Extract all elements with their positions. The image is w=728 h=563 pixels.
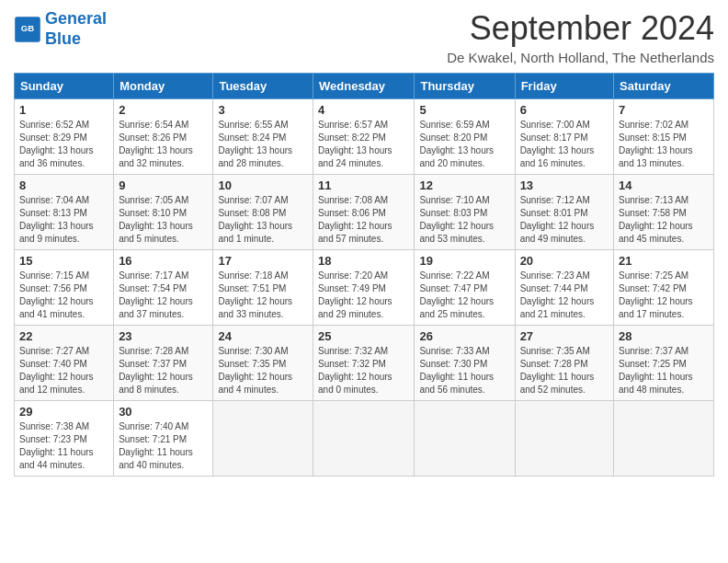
table-row: 19Sunrise: 7:22 AM Sunset: 7:47 PM Dayli… [415,250,515,326]
day-info: Sunrise: 7:37 AM Sunset: 7:25 PM Dayligh… [619,345,709,396]
day-info: Sunrise: 6:52 AM Sunset: 8:29 PM Dayligh… [19,119,108,170]
day-info: Sunrise: 7:13 AM Sunset: 7:58 PM Dayligh… [619,194,709,246]
day-number: 14 [619,178,709,192]
day-number: 18 [318,254,409,268]
calendar-week-row: 22Sunrise: 7:27 AM Sunset: 7:40 PM Dayli… [15,326,714,401]
day-info: Sunrise: 7:17 AM Sunset: 7:54 PM Dayligh… [119,270,208,321]
day-info: Sunrise: 7:02 AM Sunset: 8:15 PM Dayligh… [619,119,709,170]
day-number: 8 [19,178,108,192]
day-info: Sunrise: 7:28 AM Sunset: 7:37 PM Dayligh… [119,345,208,396]
table-row: 17Sunrise: 7:18 AM Sunset: 7:51 PM Dayli… [213,250,313,326]
day-info: Sunrise: 7:32 AM Sunset: 7:32 PM Dayligh… [318,345,409,396]
day-info: Sunrise: 7:35 AM Sunset: 7:28 PM Dayligh… [520,345,609,396]
day-info: Sunrise: 7:20 AM Sunset: 7:49 PM Dayligh… [318,270,409,321]
table-row: 11Sunrise: 7:08 AM Sunset: 8:06 PM Dayli… [313,175,415,250]
day-number: 28 [619,329,709,343]
col-sunday: Sunday [15,74,114,99]
day-number: 27 [520,329,609,343]
table-row: 16Sunrise: 7:17 AM Sunset: 7:54 PM Dayli… [114,250,213,326]
day-number: 11 [318,178,409,192]
day-info: Sunrise: 7:15 AM Sunset: 7:56 PM Dayligh… [19,270,108,321]
table-row: 29Sunrise: 7:38 AM Sunset: 7:23 PM Dayli… [15,401,114,477]
month-title: September 2024 [447,9,714,48]
day-number: 22 [19,329,108,343]
table-row: 9Sunrise: 7:05 AM Sunset: 8:10 PM Daylig… [114,175,213,250]
day-number: 9 [119,178,208,192]
title-block: September 2024 De Kwakel, North Holland,… [447,9,714,65]
day-info: Sunrise: 7:23 AM Sunset: 7:44 PM Dayligh… [520,270,609,321]
day-info: Sunrise: 7:12 AM Sunset: 8:01 PM Dayligh… [520,194,609,246]
day-number: 10 [218,178,308,192]
table-row: 18Sunrise: 7:20 AM Sunset: 7:49 PM Dayli… [313,250,415,326]
table-row: 27Sunrise: 7:35 AM Sunset: 7:28 PM Dayli… [515,326,613,401]
table-row: 20Sunrise: 7:23 AM Sunset: 7:44 PM Dayli… [515,250,613,326]
table-row: 15Sunrise: 7:15 AM Sunset: 7:56 PM Dayli… [15,250,114,326]
table-row [515,401,613,477]
table-row: 28Sunrise: 7:37 AM Sunset: 7:25 PM Dayli… [614,326,714,401]
col-saturday: Saturday [614,74,714,99]
day-info: Sunrise: 7:27 AM Sunset: 7:40 PM Dayligh… [19,345,108,396]
calendar-header-row: Sunday Monday Tuesday Wednesday Thursday… [15,74,714,99]
table-row: 4Sunrise: 6:57 AM Sunset: 8:22 PM Daylig… [313,99,415,175]
table-row: 2Sunrise: 6:54 AM Sunset: 8:26 PM Daylig… [114,99,213,175]
col-wednesday: Wednesday [313,74,415,99]
day-number: 6 [520,103,609,117]
calendar-week-row: 8Sunrise: 7:04 AM Sunset: 8:13 PM Daylig… [15,175,714,250]
day-number: 2 [119,103,208,117]
table-row [614,401,714,477]
day-number: 7 [619,103,709,117]
day-number: 24 [218,329,308,343]
day-info: Sunrise: 7:18 AM Sunset: 7:51 PM Dayligh… [218,270,308,321]
day-number: 16 [119,254,208,268]
day-info: Sunrise: 7:22 AM Sunset: 7:47 PM Dayligh… [419,270,509,321]
day-info: Sunrise: 7:00 AM Sunset: 8:17 PM Dayligh… [520,119,609,170]
day-number: 30 [119,405,208,419]
day-info: Sunrise: 7:10 AM Sunset: 8:03 PM Dayligh… [419,194,509,246]
day-info: Sunrise: 6:54 AM Sunset: 8:26 PM Dayligh… [119,119,208,170]
day-number: 25 [318,329,409,343]
location: De Kwakel, North Holland, The Netherland… [447,50,714,65]
table-row: 23Sunrise: 7:28 AM Sunset: 7:37 PM Dayli… [114,326,213,401]
day-number: 4 [318,103,409,117]
day-number: 3 [218,103,308,117]
day-info: Sunrise: 7:30 AM Sunset: 7:35 PM Dayligh… [218,345,308,396]
table-row: 12Sunrise: 7:10 AM Sunset: 8:03 PM Dayli… [415,175,515,250]
col-friday: Friday [515,74,613,99]
table-row: 1Sunrise: 6:52 AM Sunset: 8:29 PM Daylig… [15,99,114,175]
day-info: Sunrise: 7:33 AM Sunset: 7:30 PM Dayligh… [419,345,509,396]
page-header: GB General Blue September 2024 De Kwakel… [14,9,714,65]
table-row: 25Sunrise: 7:32 AM Sunset: 7:32 PM Dayli… [313,326,415,401]
day-number: 23 [119,329,208,343]
table-row: 13Sunrise: 7:12 AM Sunset: 8:01 PM Dayli… [515,175,613,250]
day-info: Sunrise: 7:40 AM Sunset: 7:21 PM Dayligh… [119,420,208,472]
table-row: 6Sunrise: 7:00 AM Sunset: 8:17 PM Daylig… [515,99,613,175]
col-tuesday: Tuesday [213,74,313,99]
logo: GB General Blue [14,9,107,49]
calendar-table: Sunday Monday Tuesday Wednesday Thursday… [14,73,714,477]
table-row: 7Sunrise: 7:02 AM Sunset: 8:15 PM Daylig… [614,99,714,175]
day-number: 19 [419,254,509,268]
day-info: Sunrise: 7:04 AM Sunset: 8:13 PM Dayligh… [19,194,108,246]
day-number: 26 [419,329,509,343]
table-row: 30Sunrise: 7:40 AM Sunset: 7:21 PM Dayli… [114,401,213,477]
table-row: 10Sunrise: 7:07 AM Sunset: 8:08 PM Dayli… [213,175,313,250]
day-info: Sunrise: 7:05 AM Sunset: 8:10 PM Dayligh… [119,194,208,246]
calendar-week-row: 15Sunrise: 7:15 AM Sunset: 7:56 PM Dayli… [15,250,714,326]
table-row: 26Sunrise: 7:33 AM Sunset: 7:30 PM Dayli… [415,326,515,401]
day-info: Sunrise: 7:25 AM Sunset: 7:42 PM Dayligh… [619,270,709,321]
day-info: Sunrise: 7:07 AM Sunset: 8:08 PM Dayligh… [218,194,308,246]
day-number: 20 [520,254,609,268]
day-info: Sunrise: 7:08 AM Sunset: 8:06 PM Dayligh… [318,194,409,246]
table-row: 5Sunrise: 6:59 AM Sunset: 8:20 PM Daylig… [415,99,515,175]
day-number: 21 [619,254,709,268]
table-row: 21Sunrise: 7:25 AM Sunset: 7:42 PM Dayli… [614,250,714,326]
day-number: 13 [520,178,609,192]
logo-icon: GB [14,16,41,43]
day-number: 1 [19,103,108,117]
day-number: 15 [19,254,108,268]
day-info: Sunrise: 7:38 AM Sunset: 7:23 PM Dayligh… [19,420,108,472]
day-info: Sunrise: 6:59 AM Sunset: 8:20 PM Dayligh… [419,119,509,170]
col-thursday: Thursday [415,74,515,99]
calendar-week-row: 1Sunrise: 6:52 AM Sunset: 8:29 PM Daylig… [15,99,714,175]
day-number: 5 [419,103,509,117]
